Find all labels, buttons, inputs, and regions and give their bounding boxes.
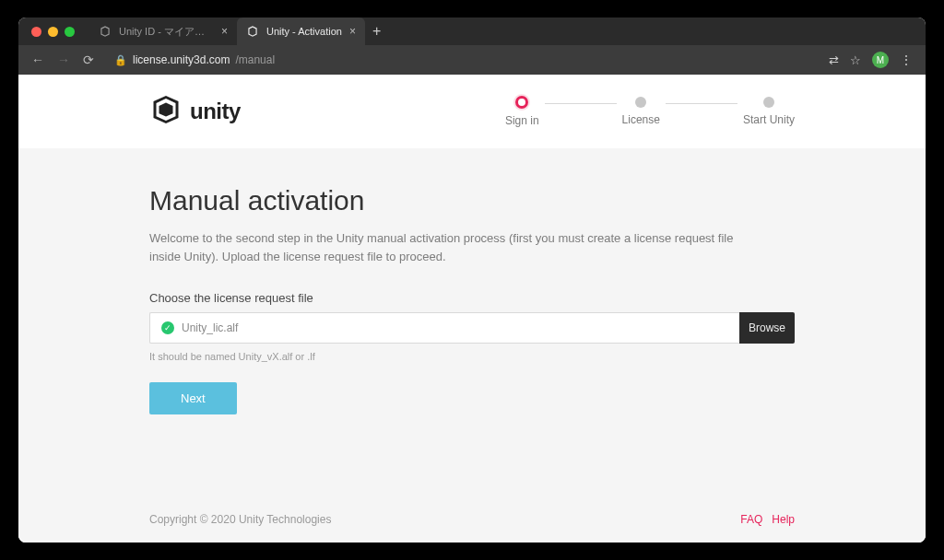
step-license: License [622, 97, 660, 126]
minimize-window-button[interactable] [48, 27, 58, 37]
page-viewport: unity Sign in License Start Un [18, 75, 926, 542]
step-label: Start Unity [743, 113, 795, 126]
browser-tab-inactive[interactable]: Unity ID - マイアカウント設定 × [89, 18, 237, 45]
browser-tabs: Unity ID - マイアカウント設定 × Unity - Activatio… [89, 18, 388, 45]
step-connector [666, 103, 738, 104]
browse-button[interactable]: Browse [739, 312, 795, 344]
maximize-window-button[interactable] [65, 27, 75, 37]
unity-logo[interactable]: unity [149, 93, 241, 130]
tab-label: Unity - Activation [266, 26, 342, 37]
close-tab-icon[interactable]: × [221, 26, 228, 37]
faq-link[interactable]: FAQ [740, 513, 762, 526]
page-footer: Copyright © 2020 Unity Technologies FAQ … [18, 496, 926, 542]
main-content: Manual activation Welcome to the second … [18, 148, 926, 496]
tab-label: Unity ID - マイアカウント設定 [119, 25, 214, 39]
step-dot-icon [763, 97, 774, 108]
step-sign-in: Sign in [505, 96, 539, 127]
unity-logo-icon [149, 93, 183, 130]
file-field-label: Choose the license request file [149, 291, 795, 305]
browser-toolbar: ← → ⟳ 🔒 license.unity3d.com/manual ⇄ ☆ M… [18, 45, 926, 75]
browser-tab-active[interactable]: Unity - Activation × [237, 18, 365, 45]
unity-logo-text: unity [190, 99, 241, 124]
bookmark-star-icon[interactable]: ☆ [850, 53, 861, 67]
file-name: Unity_lic.alf [182, 321, 238, 334]
file-input[interactable]: ✓ Unity_lic.alf [149, 312, 739, 344]
step-label: Sign in [505, 114, 539, 127]
step-dot-icon [635, 97, 646, 108]
browser-menu-icon[interactable]: ⋮ [900, 53, 913, 66]
unity-favicon-icon [99, 25, 112, 38]
step-label: License [622, 113, 660, 126]
file-upload-row: ✓ Unity_lic.alf Browse [149, 312, 795, 344]
step-connector [545, 103, 617, 104]
unity-favicon-icon [246, 25, 259, 38]
step-dot-icon [515, 96, 528, 109]
profile-avatar[interactable]: M [872, 52, 889, 68]
help-link[interactable]: Help [772, 513, 795, 526]
file-hint: It should be named Unity_vX.alf or .lf [149, 351, 795, 362]
reload-button[interactable]: ⟳ [83, 53, 94, 66]
window-controls [26, 27, 86, 37]
url-host: license.unity3d.com [133, 53, 230, 66]
close-tab-icon[interactable]: × [349, 26, 356, 37]
translate-icon[interactable]: ⇄ [829, 53, 839, 67]
nav-controls: ← → ⟳ [26, 53, 100, 66]
next-button[interactable]: Next [149, 382, 237, 414]
back-button[interactable]: ← [31, 53, 44, 66]
copyright-text: Copyright © 2020 Unity Technologies [149, 513, 331, 526]
new-tab-button[interactable]: + [365, 18, 388, 45]
step-start-unity: Start Unity [743, 97, 795, 126]
title-bar: Unity ID - マイアカウント設定 × Unity - Activatio… [18, 18, 926, 45]
address-bar[interactable]: 🔒 license.unity3d.com/manual [109, 53, 820, 66]
forward-button[interactable]: → [57, 53, 70, 66]
progress-stepper: Sign in License Start Unity [505, 96, 795, 127]
footer-links: FAQ Help [740, 513, 795, 526]
page-header: unity Sign in License Start Un [18, 75, 926, 148]
check-circle-icon: ✓ [161, 321, 174, 334]
close-window-button[interactable] [31, 27, 41, 37]
toolbar-right: ⇄ ☆ M ⋮ [829, 52, 918, 68]
browser-window: Unity ID - マイアカウント設定 × Unity - Activatio… [18, 18, 926, 542]
lock-icon: 🔒 [114, 54, 127, 66]
page-description: Welcome to the second step in the Unity … [149, 229, 739, 265]
page-title: Manual activation [149, 185, 795, 216]
url-path: /manual [235, 53, 275, 66]
